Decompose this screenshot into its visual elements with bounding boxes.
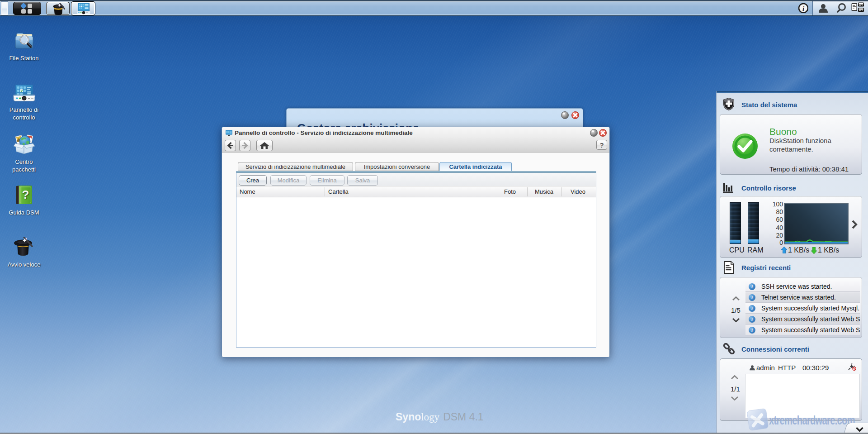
- svg-text:?: ?: [22, 188, 29, 201]
